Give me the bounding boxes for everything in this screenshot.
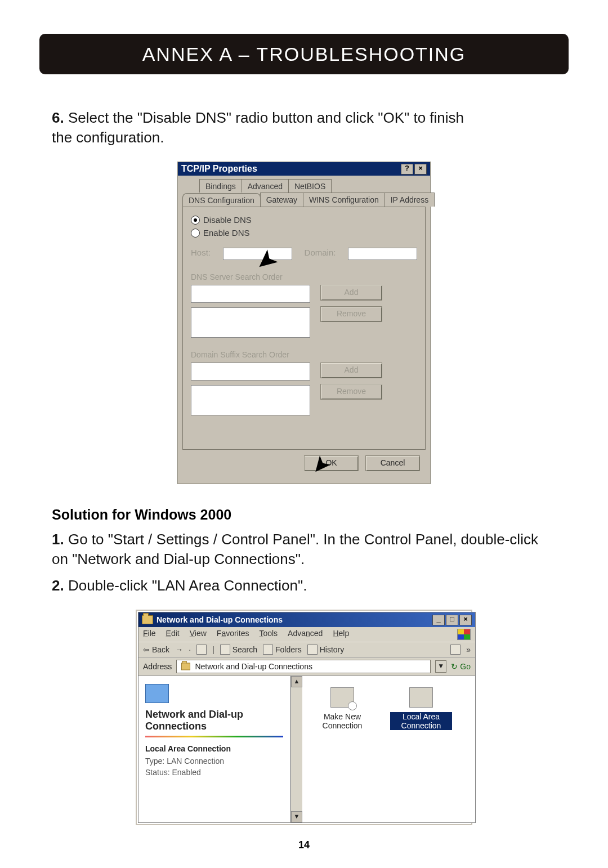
- dns-tab-panel: ➤ Disable DNS Enable DNS Host: Domain:: [182, 207, 426, 450]
- close-icon[interactable]: ×: [414, 164, 427, 175]
- radio-enable-dns[interactable]: [191, 229, 200, 238]
- suffix-remove-button[interactable]: Remove: [320, 384, 382, 400]
- scroll-down-icon[interactable]: ▼: [291, 811, 302, 822]
- netconn-titlebar: Network and Dial-up Connections _ □ ×: [138, 612, 475, 627]
- step-1-text-a: Go to "Start / Settings / Control Panel"…: [64, 531, 538, 548]
- menu-file[interactable]: FFileile: [143, 629, 156, 640]
- item-local-area-connection[interactable]: Local Area Connection: [390, 687, 452, 730]
- tcpip-title: TCP/IP Properties: [181, 164, 257, 174]
- menu-help[interactable]: Help: [333, 629, 349, 640]
- folder-icon: [142, 615, 153, 624]
- info-status: Status: Enabled: [145, 768, 283, 777]
- page-header: ANNEX A – TROUBLESHOOTING: [39, 34, 569, 74]
- left-scrollbar[interactable]: ▲ ▼: [290, 676, 302, 822]
- radio-enable-dns-row[interactable]: Enable DNS: [191, 228, 417, 238]
- local-area-connection-label: Local Area Connection: [390, 712, 452, 730]
- tab-row-top: Bindings Advanced NetBIOS: [199, 179, 426, 193]
- step-1-text-b: on "Network and Dial-up Connections".: [52, 551, 305, 567]
- dns-add-button[interactable]: Add: [320, 285, 382, 301]
- tab-advanced[interactable]: Advanced: [242, 179, 289, 193]
- local-area-connection-icon: [409, 687, 433, 708]
- tab-row-bottom: DNS Configuration Gateway WINS Configura…: [182, 193, 426, 207]
- tab-gateway[interactable]: Gateway: [260, 193, 303, 207]
- items-pane: Make New Connection Local Area Connectio…: [302, 676, 475, 822]
- suffix-input[interactable]: [191, 363, 310, 381]
- address-label: Address: [143, 662, 172, 671]
- page-title: ANNEX A – TROUBLESHOOTING: [142, 43, 466, 65]
- toolbar-overflow[interactable]: »: [466, 645, 471, 654]
- tcpip-titlebar: TCP/IP Properties ? ×: [178, 162, 430, 176]
- domain-label: Domain:: [305, 248, 336, 260]
- help-icon[interactable]: ?: [401, 164, 413, 175]
- forward-button[interactable]: →: [175, 645, 183, 654]
- step-2-number: 2.: [52, 577, 64, 594]
- step-1-number: 1.: [52, 531, 64, 548]
- menubar: FFileile Edit View Favorites Tools Advan…: [138, 627, 475, 642]
- info-pane: Network and Dial-up Connections Local Ar…: [138, 676, 290, 822]
- folder-icon: [181, 663, 190, 670]
- tab-dns-configuration[interactable]: DNS Configuration: [182, 193, 261, 207]
- search-button[interactable]: Search: [220, 645, 257, 655]
- step-2: 2. Double-click "LAN Area Connection".: [52, 576, 556, 596]
- separator: ·: [189, 645, 191, 654]
- folders-button[interactable]: Folders: [263, 645, 302, 655]
- figure-tcpip-properties: TCP/IP Properties ? × Bindings Advanced …: [177, 162, 431, 484]
- maximize-icon[interactable]: □: [446, 615, 458, 625]
- step-6-text-a: Select the "Disable DNS" radio button an…: [64, 109, 464, 126]
- address-field[interactable]: Network and Dial-up Connections: [176, 660, 431, 673]
- divider: [145, 736, 283, 737]
- window-border: Network and Dial-up Connections _ □ × FF…: [136, 610, 472, 825]
- cancel-button[interactable]: Cancel: [365, 455, 420, 471]
- back-button[interactable]: ⇦ Back: [143, 645, 169, 654]
- content-area: Network and Dial-up Connections Local Ar…: [138, 676, 475, 822]
- netconn-titlebar-buttons: _ □ ×: [432, 615, 472, 625]
- toolbar-extra-icon[interactable]: [450, 645, 461, 655]
- menu-edit[interactable]: Edit: [166, 629, 180, 640]
- page-number: 14: [0, 839, 608, 851]
- search-icon: [220, 645, 230, 655]
- step-6-text-b: the configuration.: [52, 129, 164, 146]
- tab-bindings[interactable]: Bindings: [199, 179, 242, 193]
- minimize-icon[interactable]: _: [432, 615, 445, 625]
- scroll-up-icon[interactable]: ▲: [291, 676, 302, 687]
- radio-disable-dns-row[interactable]: Disable DNS: [191, 215, 417, 225]
- radio-disable-dns-label: Disable DNS: [203, 215, 252, 225]
- suffix-add-button[interactable]: Add: [320, 363, 382, 378]
- menu-favorites[interactable]: Favorites: [217, 629, 249, 640]
- step-6: 6. Select the "Disable DNS" radio button…: [52, 108, 556, 147]
- tcpip-body: Bindings Advanced NetBIOS DNS Configurat…: [178, 176, 430, 484]
- menu-view[interactable]: View: [190, 629, 207, 640]
- dns-remove-button[interactable]: Remove: [320, 306, 382, 322]
- suffix-order-list[interactable]: [191, 385, 310, 415]
- make-new-connection-icon: [330, 687, 354, 708]
- dns-order-group: Add Remove: [191, 285, 417, 338]
- radio-disable-dns[interactable]: [191, 216, 200, 225]
- info-pane-heading: Network and Dial-up Connections: [145, 709, 283, 732]
- toolbar: ⇦ Back → · | Search Folders History »: [138, 642, 475, 657]
- step-6-number: 6.: [52, 109, 64, 126]
- item-make-new-connection[interactable]: Make New Connection: [311, 687, 373, 730]
- address-dropdown[interactable]: ▼: [435, 660, 446, 673]
- tab-wins-configuration[interactable]: WINS Configuration: [303, 193, 385, 207]
- menu-advanced[interactable]: Advanced: [288, 629, 323, 640]
- tab-ip-address[interactable]: IP Address: [385, 193, 435, 207]
- radio-enable-dns-label: Enable DNS: [203, 228, 250, 238]
- step-1: 1. Go to "Start / Settings / Control Pan…: [52, 530, 556, 569]
- dns-order-buttons: Add Remove: [320, 285, 382, 322]
- make-new-connection-label: Make New Connection: [311, 712, 373, 730]
- go-button[interactable]: ↻Go: [451, 662, 471, 671]
- history-button[interactable]: History: [307, 645, 345, 655]
- history-icon: [307, 645, 318, 655]
- folders-icon: [263, 645, 273, 655]
- close-icon[interactable]: ×: [459, 615, 472, 625]
- dns-order-list[interactable]: [191, 307, 310, 338]
- up-icon[interactable]: [196, 645, 207, 655]
- menu-tools[interactable]: Tools: [259, 629, 278, 640]
- dialog-buttons: ➤ OK Cancel: [182, 455, 426, 477]
- windows-logo-icon: [457, 629, 471, 640]
- dns-ip-input[interactable]: [191, 285, 310, 303]
- tab-netbios[interactable]: NetBIOS: [288, 179, 332, 193]
- suffix-order-label: Domain Suffix Search Order: [191, 350, 417, 359]
- domain-input[interactable]: [348, 248, 417, 260]
- dns-order-label: DNS Server Search Order: [191, 272, 417, 281]
